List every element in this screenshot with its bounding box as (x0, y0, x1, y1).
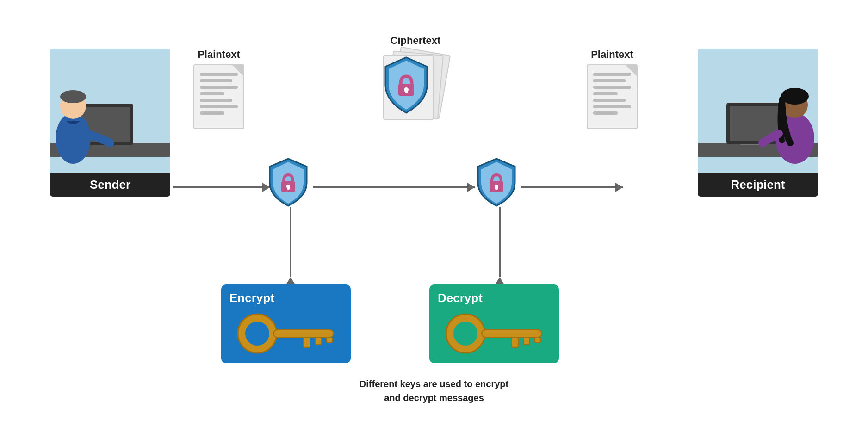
plaintext-right-label: Plaintext (591, 49, 633, 61)
svg-rect-35 (523, 337, 530, 345)
doc-line (200, 105, 238, 108)
recipient-label: Recipient (698, 173, 818, 197)
arrow-sender-to-encrypt (173, 186, 270, 188)
encrypt-key-box: Encrypt (221, 284, 351, 363)
v-arrow-decrypt (495, 207, 504, 284)
sender-card: Sender (50, 49, 170, 197)
arrow-decrypt-to-recipient (521, 186, 623, 188)
svg-rect-21 (287, 186, 290, 190)
plaintext-right-wrap: Plaintext (587, 49, 638, 129)
svg-rect-36 (535, 337, 540, 343)
encrypt-shield-svg (267, 157, 309, 207)
caption-line2: and decrypt messages (360, 391, 508, 405)
svg-rect-34 (512, 337, 518, 347)
decrypt-key-label: Decrypt (438, 291, 551, 305)
doc-line (200, 86, 238, 89)
v-arrow-encrypt (286, 207, 295, 284)
sender-illustration (50, 53, 170, 173)
svg-point-18 (781, 88, 809, 105)
svg-rect-33 (482, 330, 542, 337)
svg-rect-27 (273, 330, 334, 337)
doc-line (200, 79, 232, 82)
doc-line (593, 99, 626, 102)
doc-line (200, 99, 232, 102)
encrypt-shield-wrap (267, 157, 309, 209)
svg-point-5 (56, 113, 91, 164)
svg-rect-10 (405, 90, 408, 93)
svg-point-26 (245, 322, 269, 346)
svg-rect-29 (315, 337, 322, 345)
caption-wrap: Different keys are used to encrypt and d… (360, 377, 508, 405)
doc-line (593, 111, 618, 115)
recipient-illustration (698, 53, 818, 173)
doc-line (593, 92, 618, 95)
ciphertext-wrap: Ciphertext (378, 35, 453, 134)
plaintext-left-label: Plaintext (198, 49, 240, 61)
decrypt-shield-svg (476, 157, 517, 207)
doc-line (593, 105, 631, 108)
decrypt-key-icon (438, 308, 544, 359)
recipient-card: Recipient (698, 49, 818, 197)
caption-line1: Different keys are used to encrypt (360, 377, 508, 391)
svg-rect-24 (495, 186, 498, 190)
doc-line (593, 86, 631, 89)
cipher-shield-icon (381, 55, 432, 117)
decrypt-key-box: Decrypt (429, 284, 559, 363)
doc-line (593, 73, 631, 76)
ciphertext-label: Ciphertext (391, 35, 441, 47)
plaintext-right-doc (587, 64, 638, 129)
decrypt-shield-wrap (476, 157, 517, 209)
doc-line (200, 92, 224, 95)
encrypt-key-icon (229, 308, 336, 359)
doc-line (593, 79, 626, 82)
main-diagram: Sender Plaintext Ciphertext (41, 21, 827, 419)
doc-line (200, 111, 224, 115)
svg-point-32 (453, 322, 477, 346)
sender-label: Sender (50, 173, 170, 197)
svg-rect-30 (327, 337, 332, 343)
cipher-shield-svg (381, 55, 432, 115)
arrow-encrypt-to-decrypt (313, 186, 475, 188)
svg-point-7 (60, 90, 86, 103)
ciphertext-docs (378, 50, 453, 134)
svg-rect-28 (304, 337, 310, 347)
plaintext-left-doc (193, 64, 244, 129)
doc-line (200, 73, 238, 76)
plaintext-left-wrap: Plaintext (193, 49, 244, 129)
encrypt-key-label: Encrypt (229, 291, 342, 305)
